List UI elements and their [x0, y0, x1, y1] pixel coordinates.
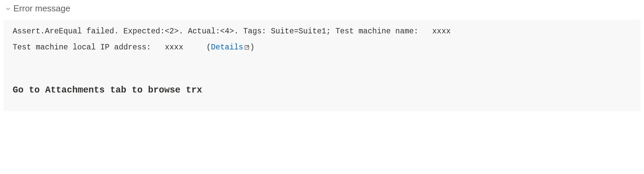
chevron-down-icon	[5, 6, 11, 11]
section-title: Error message	[13, 3, 70, 14]
error-text-line-1: Assert.AreEqual failed. Expected:<2>. Ac…	[13, 26, 631, 38]
details-link[interactable]: Details	[211, 43, 244, 52]
attachments-hint: Go to Attachments tab to browse trx	[13, 83, 631, 98]
external-link-icon	[244, 44, 250, 50]
error-text-line-2: Test machine local IP address: xxxx (Det…	[13, 42, 631, 54]
svg-line-1	[247, 45, 249, 48]
error-message-section-header[interactable]: Error message	[0, 0, 644, 20]
error-message-panel: Assert.AreEqual failed. Expected:<2>. Ac…	[3, 20, 641, 111]
